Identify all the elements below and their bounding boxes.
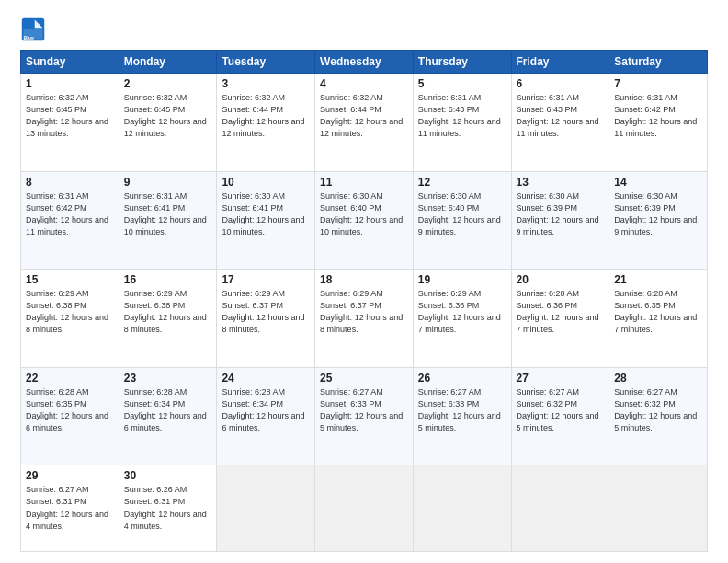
calendar-cell: 7 Sunrise: 6:31 AM Sunset: 6:42 PM Dayli… xyxy=(609,74,708,172)
day-info: Sunrise: 6:31 AM Sunset: 6:42 PM Dayligh… xyxy=(614,92,702,140)
calendar-cell: 1 Sunrise: 6:32 AM Sunset: 6:45 PM Dayli… xyxy=(21,74,119,172)
day-number: 11 xyxy=(320,176,408,189)
calendar-cell: 28 Sunrise: 6:27 AM Sunset: 6:32 PM Dayl… xyxy=(609,367,708,465)
day-number: 19 xyxy=(418,273,506,286)
day-info: Sunrise: 6:27 AM Sunset: 6:31 PM Dayligh… xyxy=(26,484,114,532)
day-info: Sunrise: 6:28 AM Sunset: 6:34 PM Dayligh… xyxy=(222,386,310,434)
calendar-cell: 30 Sunrise: 6:26 AM Sunset: 6:31 PM Dayl… xyxy=(119,465,217,552)
day-info: Sunrise: 6:30 AM Sunset: 6:40 PM Dayligh… xyxy=(320,190,408,238)
day-number: 3 xyxy=(222,77,310,90)
calendar-cell xyxy=(511,465,609,552)
day-number: 2 xyxy=(124,77,212,90)
day-info: Sunrise: 6:28 AM Sunset: 6:35 PM Dayligh… xyxy=(614,288,702,336)
day-number: 26 xyxy=(418,372,506,385)
day-number: 17 xyxy=(222,273,310,286)
day-info: Sunrise: 6:28 AM Sunset: 6:36 PM Dayligh… xyxy=(517,288,605,336)
day-number: 20 xyxy=(517,273,605,286)
calendar-cell: 3 Sunrise: 6:32 AM Sunset: 6:44 PM Dayli… xyxy=(217,74,315,172)
calendar-cell: 17 Sunrise: 6:29 AM Sunset: 6:37 PM Dayl… xyxy=(217,270,315,368)
calendar-cell: 8 Sunrise: 6:31 AM Sunset: 6:42 PM Dayli… xyxy=(21,171,119,270)
calendar-table: SundayMondayTuesdayWednesdayThursdayFrid… xyxy=(20,50,708,552)
day-number: 18 xyxy=(320,273,408,286)
col-header-monday: Monday xyxy=(119,51,217,74)
svg-text:Blue: Blue xyxy=(24,35,34,40)
day-info: Sunrise: 6:28 AM Sunset: 6:35 PM Dayligh… xyxy=(26,386,114,434)
calendar-cell: 12 Sunrise: 6:30 AM Sunset: 6:40 PM Dayl… xyxy=(413,171,511,270)
day-number: 16 xyxy=(124,273,212,286)
col-header-saturday: Saturday xyxy=(609,51,708,74)
col-header-tuesday: Tuesday xyxy=(217,51,315,74)
calendar-cell xyxy=(413,465,511,552)
calendar-cell: 9 Sunrise: 6:31 AM Sunset: 6:41 PM Dayli… xyxy=(119,171,217,270)
day-info: Sunrise: 6:31 AM Sunset: 6:43 PM Dayligh… xyxy=(418,92,506,140)
day-number: 7 xyxy=(614,77,702,90)
col-header-friday: Friday xyxy=(511,51,609,74)
calendar-cell: 2 Sunrise: 6:32 AM Sunset: 6:45 PM Dayli… xyxy=(119,74,217,172)
day-info: Sunrise: 6:30 AM Sunset: 6:39 PM Dayligh… xyxy=(614,190,702,238)
day-info: Sunrise: 6:30 AM Sunset: 6:39 PM Dayligh… xyxy=(517,190,605,238)
calendar-cell: 21 Sunrise: 6:28 AM Sunset: 6:35 PM Dayl… xyxy=(609,270,708,368)
day-info: Sunrise: 6:29 AM Sunset: 6:37 PM Dayligh… xyxy=(222,288,310,336)
day-info: Sunrise: 6:29 AM Sunset: 6:38 PM Dayligh… xyxy=(124,288,212,336)
calendar-cell: 22 Sunrise: 6:28 AM Sunset: 6:35 PM Dayl… xyxy=(21,367,119,465)
day-number: 9 xyxy=(124,176,212,189)
day-number: 10 xyxy=(222,176,310,189)
day-info: Sunrise: 6:27 AM Sunset: 6:33 PM Dayligh… xyxy=(320,386,408,434)
calendar-cell: 19 Sunrise: 6:29 AM Sunset: 6:36 PM Dayl… xyxy=(413,270,511,368)
day-info: Sunrise: 6:30 AM Sunset: 6:40 PM Dayligh… xyxy=(418,190,506,238)
day-info: Sunrise: 6:30 AM Sunset: 6:41 PM Dayligh… xyxy=(222,190,310,238)
day-number: 4 xyxy=(320,77,408,90)
day-number: 27 xyxy=(517,372,605,385)
day-number: 5 xyxy=(418,77,506,90)
calendar-cell: 27 Sunrise: 6:27 AM Sunset: 6:32 PM Dayl… xyxy=(511,367,609,465)
calendar-cell xyxy=(315,465,414,552)
day-info: Sunrise: 6:32 AM Sunset: 6:45 PM Dayligh… xyxy=(124,92,212,140)
day-info: Sunrise: 6:27 AM Sunset: 6:32 PM Dayligh… xyxy=(517,386,605,434)
calendar-cell: 16 Sunrise: 6:29 AM Sunset: 6:38 PM Dayl… xyxy=(119,270,217,368)
calendar-cell: 6 Sunrise: 6:31 AM Sunset: 6:43 PM Dayli… xyxy=(511,74,609,172)
logo-icon: Blue xyxy=(20,17,46,42)
calendar-cell: 25 Sunrise: 6:27 AM Sunset: 6:33 PM Dayl… xyxy=(315,367,414,465)
calendar-cell: 14 Sunrise: 6:30 AM Sunset: 6:39 PM Dayl… xyxy=(609,171,708,270)
day-number: 13 xyxy=(517,176,605,189)
day-number: 24 xyxy=(222,372,310,385)
calendar-cell: 11 Sunrise: 6:30 AM Sunset: 6:40 PM Dayl… xyxy=(315,171,414,270)
calendar-cell: 29 Sunrise: 6:27 AM Sunset: 6:31 PM Dayl… xyxy=(21,465,119,552)
header: Blue xyxy=(20,17,708,42)
calendar-cell: 15 Sunrise: 6:29 AM Sunset: 6:38 PM Dayl… xyxy=(21,270,119,368)
day-info: Sunrise: 6:26 AM Sunset: 6:31 PM Dayligh… xyxy=(124,484,212,532)
calendar-cell: 4 Sunrise: 6:32 AM Sunset: 6:44 PM Dayli… xyxy=(315,74,414,172)
col-header-wednesday: Wednesday xyxy=(315,51,414,74)
day-number: 15 xyxy=(26,273,114,286)
day-number: 14 xyxy=(614,176,702,189)
day-number: 25 xyxy=(320,372,408,385)
day-info: Sunrise: 6:28 AM Sunset: 6:34 PM Dayligh… xyxy=(124,386,212,434)
calendar-cell: 24 Sunrise: 6:28 AM Sunset: 6:34 PM Dayl… xyxy=(217,367,315,465)
calendar-cell: 18 Sunrise: 6:29 AM Sunset: 6:37 PM Dayl… xyxy=(315,270,414,368)
col-header-thursday: Thursday xyxy=(413,51,511,74)
day-number: 6 xyxy=(517,77,605,90)
col-header-sunday: Sunday xyxy=(21,51,119,74)
day-number: 30 xyxy=(124,469,212,482)
day-info: Sunrise: 6:29 AM Sunset: 6:36 PM Dayligh… xyxy=(418,288,506,336)
calendar-cell xyxy=(609,465,708,552)
day-info: Sunrise: 6:31 AM Sunset: 6:41 PM Dayligh… xyxy=(124,190,212,238)
day-info: Sunrise: 6:27 AM Sunset: 6:33 PM Dayligh… xyxy=(418,386,506,434)
calendar-cell: 10 Sunrise: 6:30 AM Sunset: 6:41 PM Dayl… xyxy=(217,171,315,270)
calendar-cell: 5 Sunrise: 6:31 AM Sunset: 6:43 PM Dayli… xyxy=(413,74,511,172)
day-number: 23 xyxy=(124,372,212,385)
page: Blue SundayMondayTuesdayWednesdayThursda… xyxy=(0,0,728,563)
calendar-cell: 26 Sunrise: 6:27 AM Sunset: 6:33 PM Dayl… xyxy=(413,367,511,465)
day-info: Sunrise: 6:32 AM Sunset: 6:44 PM Dayligh… xyxy=(320,92,408,140)
day-number: 8 xyxy=(26,176,114,189)
day-info: Sunrise: 6:31 AM Sunset: 6:43 PM Dayligh… xyxy=(517,92,605,140)
day-number: 22 xyxy=(26,372,114,385)
calendar-cell: 23 Sunrise: 6:28 AM Sunset: 6:34 PM Dayl… xyxy=(119,367,217,465)
day-number: 29 xyxy=(26,469,114,482)
calendar-cell xyxy=(217,465,315,552)
day-info: Sunrise: 6:32 AM Sunset: 6:45 PM Dayligh… xyxy=(26,92,114,140)
day-number: 12 xyxy=(418,176,506,189)
logo: Blue xyxy=(20,17,50,42)
day-info: Sunrise: 6:31 AM Sunset: 6:42 PM Dayligh… xyxy=(26,190,114,238)
day-info: Sunrise: 6:27 AM Sunset: 6:32 PM Dayligh… xyxy=(614,386,702,434)
